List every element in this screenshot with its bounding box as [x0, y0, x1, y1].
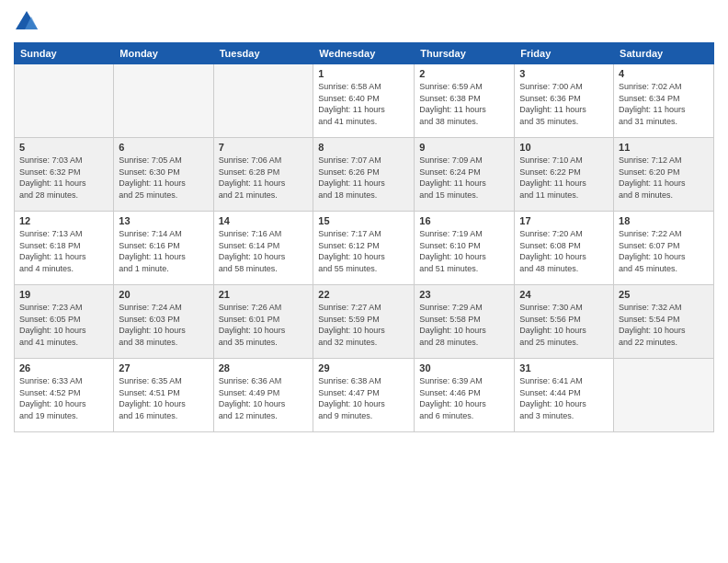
- calendar-day-header: Monday: [114, 43, 213, 64]
- calendar-day-header: Saturday: [614, 43, 714, 64]
- calendar-cell: 25Sunrise: 7:32 AM Sunset: 5:54 PM Dayli…: [614, 285, 714, 359]
- calendar-cell: 10Sunrise: 7:10 AM Sunset: 6:22 PM Dayli…: [515, 138, 614, 212]
- day-detail: Sunrise: 7:23 AM Sunset: 6:05 PM Dayligh…: [19, 302, 108, 348]
- day-number: 22: [318, 289, 409, 300]
- calendar-cell: 29Sunrise: 6:38 AM Sunset: 4:47 PM Dayli…: [313, 359, 415, 432]
- day-detail: Sunrise: 7:02 AM Sunset: 6:34 PM Dayligh…: [619, 81, 709, 127]
- calendar-cell: 13Sunrise: 7:14 AM Sunset: 6:16 PM Dayli…: [114, 212, 213, 285]
- calendar-cell: 17Sunrise: 7:20 AM Sunset: 6:08 PM Dayli…: [515, 212, 614, 285]
- calendar-cell: [15, 64, 114, 138]
- calendar-cell: 11Sunrise: 7:12 AM Sunset: 6:20 PM Dayli…: [614, 138, 714, 212]
- day-number: 6: [119, 142, 208, 153]
- day-detail: Sunrise: 7:29 AM Sunset: 5:58 PM Dayligh…: [419, 302, 509, 348]
- calendar-day-header: Wednesday: [313, 43, 415, 64]
- day-detail: Sunrise: 7:12 AM Sunset: 6:20 PM Dayligh…: [619, 155, 709, 201]
- day-detail: Sunrise: 7:14 AM Sunset: 6:16 PM Dayligh…: [119, 228, 208, 274]
- day-detail: Sunrise: 6:39 AM Sunset: 4:46 PM Dayligh…: [419, 375, 509, 421]
- calendar-cell: 24Sunrise: 7:30 AM Sunset: 5:56 PM Dayli…: [515, 285, 614, 359]
- day-detail: Sunrise: 7:09 AM Sunset: 6:24 PM Dayligh…: [419, 155, 509, 201]
- calendar: SundayMondayTuesdayWednesdayThursdayFrid…: [14, 42, 714, 432]
- day-number: 7: [219, 142, 309, 153]
- calendar-week-row: 12Sunrise: 7:13 AM Sunset: 6:18 PM Dayli…: [15, 212, 714, 285]
- day-number: 9: [419, 142, 509, 153]
- calendar-cell: 7Sunrise: 7:06 AM Sunset: 6:28 PM Daylig…: [213, 138, 313, 212]
- calendar-header-row: SundayMondayTuesdayWednesdayThursdayFrid…: [15, 43, 714, 64]
- day-detail: Sunrise: 7:03 AM Sunset: 6:32 PM Dayligh…: [19, 155, 108, 201]
- calendar-cell: 21Sunrise: 7:26 AM Sunset: 6:01 PM Dayli…: [213, 285, 313, 359]
- calendar-cell: [614, 359, 714, 432]
- day-detail: Sunrise: 7:10 AM Sunset: 6:22 PM Dayligh…: [519, 155, 609, 201]
- day-detail: Sunrise: 7:07 AM Sunset: 6:26 PM Dayligh…: [318, 155, 409, 201]
- day-detail: Sunrise: 7:13 AM Sunset: 6:18 PM Dayligh…: [19, 228, 108, 274]
- header: [14, 9, 714, 35]
- calendar-cell: [114, 64, 213, 138]
- calendar-cell: [213, 64, 313, 138]
- calendar-cell: 3Sunrise: 7:00 AM Sunset: 6:36 PM Daylig…: [515, 64, 614, 138]
- calendar-day-header: Tuesday: [213, 43, 313, 64]
- day-number: 5: [19, 142, 108, 153]
- day-detail: Sunrise: 6:38 AM Sunset: 4:47 PM Dayligh…: [318, 375, 409, 421]
- day-number: 29: [318, 362, 409, 373]
- page: SundayMondayTuesdayWednesdayThursdayFrid…: [0, 0, 728, 563]
- calendar-cell: 31Sunrise: 6:41 AM Sunset: 4:44 PM Dayli…: [515, 359, 614, 432]
- day-detail: Sunrise: 6:36 AM Sunset: 4:49 PM Dayligh…: [219, 375, 309, 421]
- day-detail: Sunrise: 6:35 AM Sunset: 4:51 PM Dayligh…: [119, 375, 208, 421]
- day-number: 4: [619, 68, 709, 79]
- calendar-cell: 22Sunrise: 7:27 AM Sunset: 5:59 PM Dayli…: [313, 285, 415, 359]
- day-number: 11: [619, 142, 709, 153]
- calendar-week-row: 5Sunrise: 7:03 AM Sunset: 6:32 PM Daylig…: [15, 138, 714, 212]
- day-detail: Sunrise: 6:58 AM Sunset: 6:40 PM Dayligh…: [318, 81, 409, 127]
- calendar-day-header: Sunday: [15, 43, 114, 64]
- day-number: 10: [519, 142, 609, 153]
- calendar-cell: 12Sunrise: 7:13 AM Sunset: 6:18 PM Dayli…: [15, 212, 114, 285]
- day-detail: Sunrise: 7:00 AM Sunset: 6:36 PM Dayligh…: [519, 81, 609, 127]
- calendar-cell: 8Sunrise: 7:07 AM Sunset: 6:26 PM Daylig…: [313, 138, 415, 212]
- calendar-week-row: 26Sunrise: 6:33 AM Sunset: 4:52 PM Dayli…: [15, 359, 714, 432]
- day-detail: Sunrise: 7:05 AM Sunset: 6:30 PM Dayligh…: [119, 155, 208, 201]
- day-number: 31: [519, 362, 609, 373]
- calendar-cell: 23Sunrise: 7:29 AM Sunset: 5:58 PM Dayli…: [415, 285, 515, 359]
- day-detail: Sunrise: 7:30 AM Sunset: 5:56 PM Dayligh…: [519, 302, 609, 348]
- calendar-cell: 18Sunrise: 7:22 AM Sunset: 6:07 PM Dayli…: [614, 212, 714, 285]
- day-number: 27: [119, 362, 208, 373]
- day-number: 30: [419, 362, 509, 373]
- day-detail: Sunrise: 7:24 AM Sunset: 6:03 PM Dayligh…: [119, 302, 208, 348]
- calendar-cell: 28Sunrise: 6:36 AM Sunset: 4:49 PM Dayli…: [213, 359, 313, 432]
- calendar-cell: 9Sunrise: 7:09 AM Sunset: 6:24 PM Daylig…: [415, 138, 515, 212]
- calendar-cell: 14Sunrise: 7:16 AM Sunset: 6:14 PM Dayli…: [213, 212, 313, 285]
- calendar-week-row: 19Sunrise: 7:23 AM Sunset: 6:05 PM Dayli…: [15, 285, 714, 359]
- day-number: 26: [19, 362, 108, 373]
- day-detail: Sunrise: 7:32 AM Sunset: 5:54 PM Dayligh…: [619, 302, 709, 348]
- day-number: 18: [619, 215, 709, 226]
- calendar-cell: 27Sunrise: 6:35 AM Sunset: 4:51 PM Dayli…: [114, 359, 213, 432]
- logo: [14, 9, 43, 35]
- day-number: 24: [519, 289, 609, 300]
- calendar-day-header: Thursday: [415, 43, 515, 64]
- calendar-cell: 26Sunrise: 6:33 AM Sunset: 4:52 PM Dayli…: [15, 359, 114, 432]
- day-number: 3: [519, 68, 609, 79]
- day-number: 25: [619, 289, 709, 300]
- calendar-cell: 19Sunrise: 7:23 AM Sunset: 6:05 PM Dayli…: [15, 285, 114, 359]
- day-detail: Sunrise: 7:19 AM Sunset: 6:10 PM Dayligh…: [419, 228, 509, 274]
- day-detail: Sunrise: 7:27 AM Sunset: 5:59 PM Dayligh…: [318, 302, 409, 348]
- day-detail: Sunrise: 7:26 AM Sunset: 6:01 PM Dayligh…: [219, 302, 309, 348]
- calendar-day-header: Friday: [515, 43, 614, 64]
- day-detail: Sunrise: 6:59 AM Sunset: 6:38 PM Dayligh…: [419, 81, 509, 127]
- calendar-cell: 20Sunrise: 7:24 AM Sunset: 6:03 PM Dayli…: [114, 285, 213, 359]
- logo-icon: [14, 9, 40, 35]
- day-detail: Sunrise: 6:41 AM Sunset: 4:44 PM Dayligh…: [519, 375, 609, 421]
- day-number: 21: [219, 289, 309, 300]
- day-number: 13: [119, 215, 208, 226]
- day-number: 8: [318, 142, 409, 153]
- calendar-cell: 30Sunrise: 6:39 AM Sunset: 4:46 PM Dayli…: [415, 359, 515, 432]
- day-detail: Sunrise: 6:33 AM Sunset: 4:52 PM Dayligh…: [19, 375, 108, 421]
- calendar-cell: 15Sunrise: 7:17 AM Sunset: 6:12 PM Dayli…: [313, 212, 415, 285]
- day-number: 23: [419, 289, 509, 300]
- day-detail: Sunrise: 7:20 AM Sunset: 6:08 PM Dayligh…: [519, 228, 609, 274]
- calendar-cell: 1Sunrise: 6:58 AM Sunset: 6:40 PM Daylig…: [313, 64, 415, 138]
- day-number: 12: [19, 215, 108, 226]
- calendar-cell: 16Sunrise: 7:19 AM Sunset: 6:10 PM Dayli…: [415, 212, 515, 285]
- calendar-cell: 6Sunrise: 7:05 AM Sunset: 6:30 PM Daylig…: [114, 138, 213, 212]
- day-detail: Sunrise: 7:17 AM Sunset: 6:12 PM Dayligh…: [318, 228, 409, 274]
- day-number: 20: [119, 289, 208, 300]
